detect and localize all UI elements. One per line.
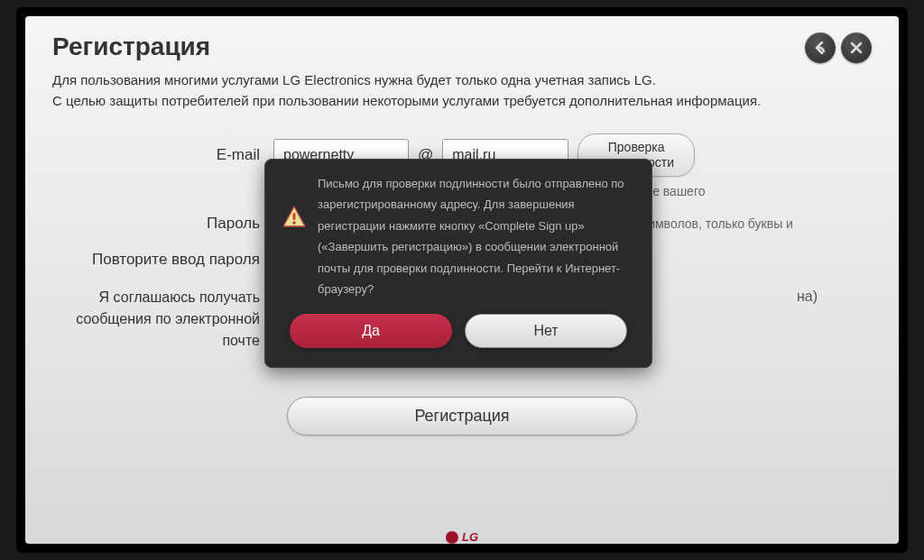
svg-rect-0	[293, 213, 296, 220]
page-title: Регистрация	[52, 32, 210, 61]
svg-point-1	[292, 221, 296, 225]
description-line-1: Для пользования многими услугами LG Elec…	[52, 70, 872, 91]
tv-bezel: Регистрация Для пользования многими услу…	[16, 7, 908, 553]
dialog-message: Письмо для проверки подлинности было отп…	[318, 173, 635, 299]
screen-content: Регистрация Для пользования многими услу…	[25, 16, 899, 544]
back-button[interactable]	[805, 32, 836, 63]
back-arrow-icon	[811, 39, 829, 57]
close-button[interactable]	[841, 32, 872, 63]
register-button[interactable]: Регистрация	[287, 397, 636, 436]
description: Для пользования многими услугами LG Elec…	[52, 70, 872, 111]
lg-logo: LG	[446, 530, 478, 544]
yes-button[interactable]: Да	[290, 314, 452, 348]
header: Регистрация	[52, 32, 872, 70]
consent-trail: на)	[797, 287, 818, 352]
description-line-2: С целью защиты потребителей при пользова…	[52, 91, 872, 112]
header-actions	[805, 32, 872, 63]
consent-label: Я соглашаюсь получать сообщения по элект…	[52, 287, 273, 352]
lg-logo-text: LG	[462, 530, 478, 544]
register-row: Регистрация	[52, 397, 872, 436]
email-label: E-mail	[52, 146, 273, 164]
dialog-body: Письмо для проверки подлинности было отп…	[282, 173, 635, 299]
password-label: Пароль	[52, 215, 273, 233]
lg-logo-icon	[446, 531, 458, 544]
confirm-password-label: Повторите ввод пароля	[52, 251, 273, 269]
dialog-buttons: Да Нет	[282, 314, 635, 353]
no-button[interactable]: Нет	[465, 314, 627, 348]
close-icon	[849, 41, 864, 55]
verification-dialog: Письмо для проверки подлинности было отп…	[264, 159, 652, 368]
warning-icon	[282, 205, 307, 230]
